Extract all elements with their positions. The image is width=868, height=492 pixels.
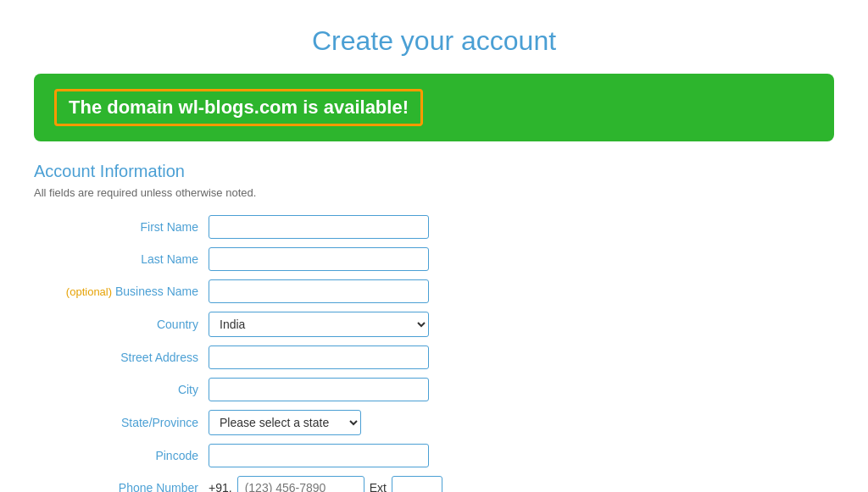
pincode-input[interactable] xyxy=(209,444,429,467)
first-name-row: First Name xyxy=(34,211,834,243)
country-input-cell: India United States United Kingdom Canad… xyxy=(203,307,834,341)
country-select[interactable]: India United States United Kingdom Canad… xyxy=(209,312,429,337)
ext-label: Ext xyxy=(370,481,387,492)
street-address-input[interactable] xyxy=(209,346,429,369)
last-name-input-cell xyxy=(203,243,834,275)
state-input-cell: Please select a state Maharashtra Karnat… xyxy=(203,406,834,439)
last-name-label: Last Name xyxy=(34,243,203,275)
phone-ext-input[interactable] xyxy=(392,476,442,492)
country-row: Country India United States United Kingd… xyxy=(34,307,834,341)
optional-tag: (optional) xyxy=(66,285,112,298)
domain-banner: The domain wl-blogs.com is available! xyxy=(34,74,834,141)
phone-prefix: +91. xyxy=(209,481,232,492)
street-address-label: Street Address xyxy=(34,341,203,373)
country-label: Country xyxy=(34,307,203,341)
first-name-input[interactable] xyxy=(209,215,429,239)
phone-label: Phone Number xyxy=(34,472,203,492)
city-label: City xyxy=(34,373,203,406)
pincode-row: Pincode xyxy=(34,439,834,472)
first-name-label: First Name xyxy=(34,211,203,243)
required-note: All fields are required unless otherwise… xyxy=(34,186,834,199)
street-address-input-cell xyxy=(203,341,834,373)
city-row: City xyxy=(34,373,834,406)
pincode-label: Pincode xyxy=(34,439,203,472)
phone-number-input[interactable] xyxy=(237,476,364,492)
first-name-input-cell xyxy=(203,211,834,243)
state-label: State/Province xyxy=(34,406,203,439)
account-info-section-title: Account Information xyxy=(34,162,834,181)
street-address-row: Street Address xyxy=(34,341,834,373)
pincode-input-cell xyxy=(203,439,834,472)
domain-available-message: The domain wl-blogs.com is available! xyxy=(54,89,423,126)
phone-field-group: +91. Ext xyxy=(209,476,829,492)
phone-row: Phone Number +91. Ext xyxy=(34,472,834,492)
state-select[interactable]: Please select a state Maharashtra Karnat… xyxy=(209,410,361,435)
city-input-cell xyxy=(203,373,834,406)
page-title: Create your account xyxy=(34,17,834,57)
state-row: State/Province Please select a state Mah… xyxy=(34,406,834,439)
city-input[interactable] xyxy=(209,378,429,401)
phone-input-cell: +91. Ext xyxy=(203,472,834,492)
last-name-input[interactable] xyxy=(209,247,429,271)
business-name-input[interactable] xyxy=(209,279,429,303)
business-name-label: (optional) Business Name xyxy=(34,275,203,307)
business-name-input-cell xyxy=(203,275,834,307)
business-name-row: (optional) Business Name xyxy=(34,275,834,307)
account-form-table: First Name Last Name (optional) Business… xyxy=(34,211,834,492)
last-name-row: Last Name xyxy=(34,243,834,275)
